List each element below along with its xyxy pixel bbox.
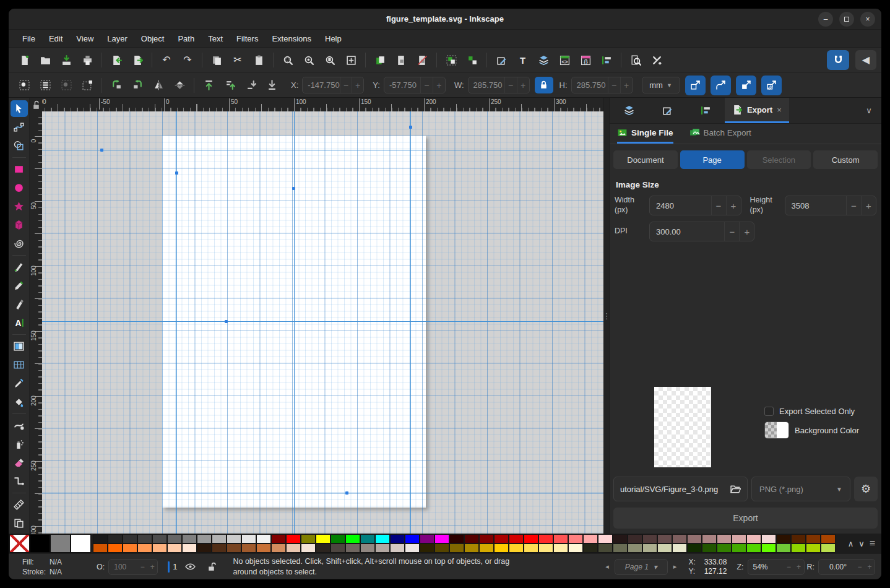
- close-tab-icon[interactable]: ×: [777, 105, 782, 115]
- next-page-button[interactable]: ▸: [670, 563, 680, 571]
- palette-swatch[interactable]: [642, 543, 657, 553]
- palette-swatch[interactable]: [494, 543, 509, 553]
- palette-swatch[interactable]: [776, 543, 791, 553]
- x-increment-button[interactable]: +: [352, 77, 363, 93]
- palette-swatch[interactable]: [167, 534, 182, 543]
- palette-swatch[interactable]: [420, 543, 434, 553]
- document-open-icon[interactable]: [35, 51, 56, 69]
- clone-icon[interactable]: [391, 51, 412, 69]
- guide-anchor[interactable]: [292, 187, 295, 190]
- palette-swatch[interactable]: [434, 534, 449, 543]
- palette-swatch[interactable]: [405, 534, 420, 543]
- palette-swatch[interactable]: [568, 534, 583, 543]
- xml-editor-icon[interactable]: <>: [554, 51, 575, 69]
- measure-tool[interactable]: [11, 496, 28, 513]
- palette-swatch[interactable]: [241, 543, 256, 553]
- guide-anchor[interactable]: [409, 126, 412, 129]
- export-format-select[interactable]: PNG (*.png) ▼: [751, 477, 850, 501]
- menu-item-layer[interactable]: Layer: [101, 32, 134, 46]
- current-layer-indicator[interactable]: 1: [168, 561, 177, 573]
- print-icon[interactable]: [77, 51, 98, 69]
- palette-swatch[interactable]: [375, 543, 390, 553]
- pages-tool[interactable]: [11, 515, 28, 532]
- menu-item-path[interactable]: Path: [171, 32, 201, 46]
- dock-tab-layers[interactable]: [610, 98, 648, 123]
- export-dpi-field[interactable]: 300.00 −+: [649, 222, 754, 241]
- scale-stroke-toggle[interactable]: [685, 76, 706, 95]
- rotate-ccw-icon[interactable]: [106, 76, 127, 95]
- palette-swatch[interactable]: [316, 543, 331, 553]
- swatch-gray[interactable]: [50, 534, 71, 553]
- export-selected-only-checkbox[interactable]: [764, 407, 774, 416]
- palette-swatch[interactable]: [108, 534, 123, 543]
- background-color-swatch[interactable]: [764, 422, 789, 439]
- palette-swatch[interactable]: [345, 543, 360, 553]
- palette-swatch[interactable]: [524, 534, 538, 543]
- vertical-guide[interactable]: [294, 111, 295, 534]
- palette-swatch[interactable]: [449, 543, 464, 553]
- text-dialog-icon[interactable]: T: [512, 51, 533, 69]
- snap-toggle-button[interactable]: [827, 50, 849, 70]
- fill-stroke-indicator[interactable]: Fill: N/A Stroke: N/A: [22, 558, 80, 576]
- palette-swatch[interactable]: [657, 534, 672, 543]
- vertical-guide[interactable]: [176, 111, 177, 534]
- rotation-field[interactable]: 0.00° −+: [818, 559, 875, 575]
- menu-item-extensions[interactable]: Extensions: [266, 32, 318, 46]
- cut-icon[interactable]: ✂: [227, 51, 248, 69]
- palette-swatch[interactable]: [331, 534, 345, 543]
- import-icon[interactable]: [106, 51, 127, 69]
- palette-swatch[interactable]: [301, 534, 316, 543]
- spiral-tool[interactable]: [11, 235, 28, 252]
- opacity-increment[interactable]: +: [147, 560, 157, 574]
- document-new-icon[interactable]: [14, 51, 35, 69]
- guide-anchor[interactable]: [100, 149, 103, 152]
- guide-anchor[interactable]: [225, 320, 228, 323]
- palette-swatch[interactable]: [687, 534, 702, 543]
- move-patterns-toggle[interactable]: [761, 76, 782, 95]
- select-all-icon[interactable]: [14, 76, 35, 95]
- rotate-cw-icon[interactable]: [127, 76, 148, 95]
- palette-swatch[interactable]: [746, 534, 761, 543]
- palette-swatch[interactable]: [568, 543, 583, 553]
- previous-page-button[interactable]: ◂: [602, 563, 612, 571]
- height-field[interactable]: 285.750 −+: [571, 77, 633, 93]
- menu-item-help[interactable]: Help: [319, 32, 348, 46]
- palette-swatch[interactable]: [137, 534, 152, 543]
- lock-aspect-button[interactable]: [535, 77, 553, 93]
- export-icon[interactable]: [127, 51, 148, 69]
- menu-item-file[interactable]: File: [16, 32, 41, 46]
- dropper-tool[interactable]: [11, 375, 28, 392]
- lower-icon[interactable]: [240, 76, 261, 95]
- export-dpi-increment[interactable]: +: [739, 222, 754, 241]
- palette-swatch[interactable]: [360, 543, 375, 553]
- flip-horizontal-icon[interactable]: [148, 76, 169, 95]
- palette-swatch[interactable]: [791, 534, 806, 543]
- close-button[interactable]: ×: [860, 12, 875, 27]
- align-distribute-icon[interactable]: [596, 51, 617, 69]
- palette-swatch[interactable]: [628, 534, 642, 543]
- width-field[interactable]: 285.750 −+: [468, 77, 530, 93]
- palette-swatch[interactable]: [434, 543, 449, 553]
- dock-splitter[interactable]: ⋮: [603, 98, 610, 534]
- export-button[interactable]: Export: [613, 508, 878, 529]
- document-save-icon[interactable]: [56, 51, 77, 69]
- guide-anchor[interactable]: [175, 171, 178, 175]
- palette-swatch[interactable]: [583, 534, 598, 543]
- units-select[interactable]: mm▼: [642, 77, 680, 93]
- zoom-drawing-icon[interactable]: [298, 51, 319, 69]
- w-increment-button[interactable]: +: [517, 77, 529, 93]
- opacity-decrement[interactable]: −: [137, 560, 147, 574]
- flip-vertical-icon[interactable]: [169, 76, 190, 95]
- y-increment-button[interactable]: +: [433, 77, 445, 93]
- y-field[interactable]: -57.750 −+: [384, 77, 446, 93]
- move-gradients-toggle[interactable]: [736, 76, 756, 95]
- palette-swatch[interactable]: [806, 534, 821, 543]
- palette-swatch[interactable]: [93, 543, 108, 553]
- palette-swatch[interactable]: [642, 534, 657, 543]
- export-width-decrement[interactable]: −: [711, 196, 726, 215]
- vertical-ruler[interactable]: 050100150200250300: [30, 111, 42, 534]
- tab-single-file[interactable]: Single File: [617, 124, 673, 144]
- copy-icon[interactable]: [206, 51, 227, 69]
- connector-tool[interactable]: [11, 473, 28, 490]
- dock-tab-export[interactable]: Export ×: [725, 98, 789, 123]
